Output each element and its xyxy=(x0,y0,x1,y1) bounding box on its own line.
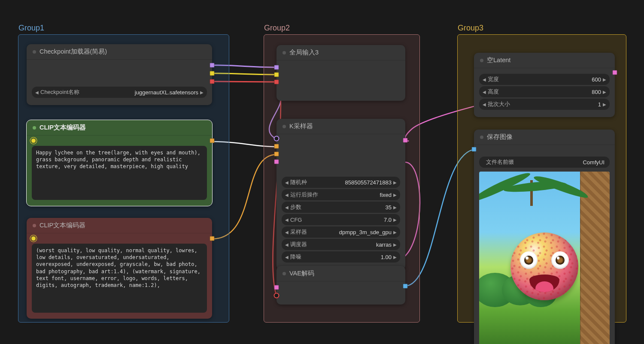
node-title: 全局输入3 xyxy=(289,48,319,57)
arrow-right-icon[interactable]: ▶ xyxy=(393,255,397,260)
node-clip-positive[interactable]: CLIP文本编码器 Happy lychee on the tree(large… xyxy=(27,120,212,206)
node-title: Checkpoint加载器(简易) xyxy=(39,48,107,56)
arrow-right-icon[interactable]: ▶ xyxy=(393,180,397,185)
arrow-left-icon[interactable]: ◀ xyxy=(483,90,486,94)
node-empty-latent[interactable]: 空Latent ◀宽度600▶◀高度800▶◀批次大小1▶ xyxy=(474,53,615,117)
widget-row[interactable]: ◀采样器dpmpp_3m_sde_gpu▶ xyxy=(282,226,400,238)
arrow-left-icon[interactable]: ◀ xyxy=(285,230,289,235)
output-image-preview[interactable] xyxy=(479,172,610,344)
node-save-image[interactable]: 保存图像 文件名前缀 ComfyUI xyxy=(474,130,615,344)
ksampler-widgets: ◀随机种858505572471883▶◀运行后操作fixed▶◀步数35▶◀C… xyxy=(276,134,405,270)
widget-filename-prefix[interactable]: 文件名前缀 ComfyUI xyxy=(479,157,610,168)
input-clip[interactable] xyxy=(274,72,279,77)
arrow-right-icon[interactable]: ▶ xyxy=(603,77,606,82)
input-negative[interactable] xyxy=(274,152,279,157)
arrow-left-icon[interactable]: ◀ xyxy=(285,217,289,222)
output-latent[interactable] xyxy=(403,138,408,143)
arrow-right-icon[interactable]: ▶ xyxy=(200,90,204,95)
node-vae-decode[interactable]: VAE解码 xyxy=(276,266,405,305)
empty-latent-widgets: ◀宽度600▶◀高度800▶◀批次大小1▶ xyxy=(474,68,615,117)
arrow-left-icon[interactable]: ◀ xyxy=(285,193,289,197)
arrow-right-icon[interactable]: ▶ xyxy=(603,102,606,107)
arrow-left-icon[interactable]: ◀ xyxy=(483,102,486,107)
arrow-left-icon[interactable]: ◀ xyxy=(285,205,289,210)
node-global-input[interactable]: 全局输入3 xyxy=(276,45,405,101)
widget-row[interactable]: ◀降噪1.00▶ xyxy=(282,251,400,263)
arrow-right-icon[interactable]: ▶ xyxy=(393,193,397,197)
widget-row[interactable]: ◀调度器karras▶ xyxy=(282,239,400,250)
input-images[interactable] xyxy=(472,147,477,152)
input-positive[interactable] xyxy=(274,144,279,149)
node-title: VAE解码 xyxy=(289,269,314,278)
arrow-left-icon[interactable]: ◀ xyxy=(285,242,289,247)
output-clip[interactable] xyxy=(210,71,215,76)
arrow-left-icon[interactable]: ◀ xyxy=(285,255,289,260)
node-ksampler[interactable]: K采样器 ◀随机种858505572471883▶◀运行后操作fixed▶◀步数… xyxy=(276,119,405,270)
arrow-right-icon[interactable]: ▶ xyxy=(603,90,606,94)
group-1-title: Group1 xyxy=(18,24,44,33)
arrow-right-icon[interactable]: ▶ xyxy=(393,205,397,210)
input-model[interactable] xyxy=(274,136,279,142)
arrow-left-icon[interactable]: ◀ xyxy=(285,180,289,185)
input-samples[interactable] xyxy=(274,285,279,290)
output-model[interactable] xyxy=(210,63,215,68)
widget-row[interactable]: ◀运行后操作fixed▶ xyxy=(282,189,400,200)
node-title: CLIP文本编码器 xyxy=(39,221,85,229)
node-title: CLIP文本编码器 xyxy=(39,124,86,132)
output-image[interactable] xyxy=(403,284,408,289)
prompt-text[interactable]: (worst quality, low quality, normal qual… xyxy=(32,244,207,313)
output-conditioning[interactable] xyxy=(210,139,215,143)
group-2-title: Group2 xyxy=(264,24,290,33)
input-clip[interactable] xyxy=(31,139,36,143)
group-3-title: Group3 xyxy=(458,24,483,33)
widget-row[interactable]: ◀随机种858505572471883▶ xyxy=(282,177,400,188)
widget-row[interactable]: ◀批次大小1▶ xyxy=(479,99,610,110)
input-clip[interactable] xyxy=(31,236,36,241)
arrow-right-icon[interactable]: ▶ xyxy=(393,230,397,235)
input-vae[interactable] xyxy=(274,293,279,299)
arrow-left-icon[interactable]: ◀ xyxy=(35,90,39,95)
node-title: K采样器 xyxy=(289,122,313,130)
widget-row[interactable]: ◀CFG7.0▶ xyxy=(282,214,400,225)
arrow-left-icon[interactable]: ◀ xyxy=(483,77,486,82)
node-clip-negative[interactable]: CLIP文本编码器 (worst quality, low quality, n… xyxy=(27,218,212,319)
arrow-right-icon[interactable]: ▶ xyxy=(393,242,397,247)
node-title: 保存图像 xyxy=(487,133,513,141)
input-model[interactable] xyxy=(274,65,279,70)
widget-row[interactable]: ◀高度800▶ xyxy=(479,86,610,97)
output-latent[interactable] xyxy=(613,70,617,75)
prompt-text[interactable]: Happy lychee on the tree(large, with eye… xyxy=(32,146,207,200)
widget-checkpoint-name[interactable]: ◀ Checkpoint名称 juggernautXL.safetensors … xyxy=(32,87,207,98)
node-checkpoint-loader[interactable]: Checkpoint加载器(简易) ◀ Checkpoint名称 juggern… xyxy=(27,44,212,105)
output-conditioning[interactable] xyxy=(210,236,215,241)
widget-row[interactable]: ◀宽度600▶ xyxy=(479,74,610,85)
output-vae[interactable] xyxy=(210,79,215,84)
arrow-right-icon[interactable]: ▶ xyxy=(393,217,397,222)
node-title: 空Latent xyxy=(487,56,510,64)
input-vae[interactable] xyxy=(274,80,279,84)
widget-row[interactable]: ◀步数35▶ xyxy=(282,202,400,213)
input-latent[interactable] xyxy=(274,160,279,164)
